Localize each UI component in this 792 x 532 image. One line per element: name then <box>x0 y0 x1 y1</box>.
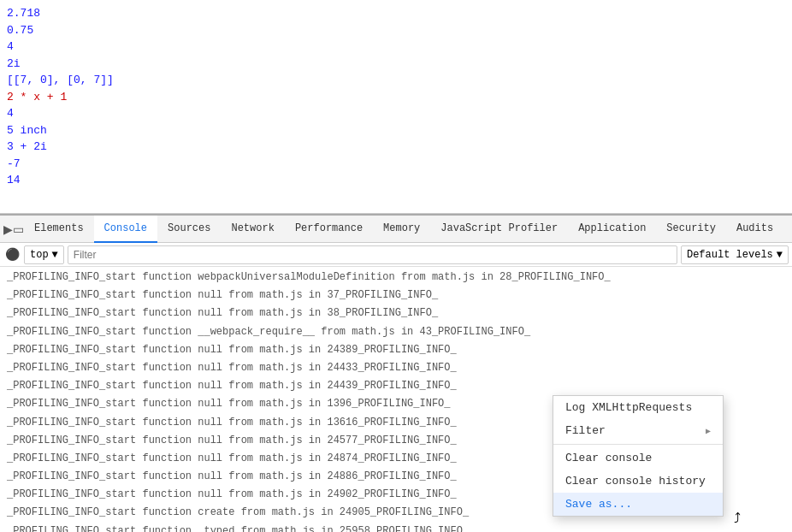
devtools-tab-sources[interactable]: Sources <box>157 216 221 243</box>
context-menu-item[interactable]: Clear console history <box>553 470 723 493</box>
console-line: _PROFILING_INFO_start function webpackUn… <box>0 269 792 287</box>
devtools-tab-elements[interactable]: Elements <box>24 216 94 243</box>
console-line: _PROFILING_INFO_start function null from… <box>0 377 792 395</box>
levels-value: Default levels <box>687 249 773 261</box>
context-menu-item[interactable]: Clear console <box>553 446 723 470</box>
submenu-arrow-icon: ▶ <box>706 426 711 436</box>
device-mode-icon[interactable]: ▭ <box>13 217 24 241</box>
console-line: _PROFILING_INFO_start function null from… <box>0 304 792 322</box>
devtools-tab-security[interactable]: Security <box>656 216 726 243</box>
code-line: 5 inch <box>7 122 785 139</box>
context-chevron-icon: ▼ <box>52 249 58 261</box>
code-line: 14 <box>7 172 785 189</box>
context-value: top <box>30 249 49 261</box>
code-line: 4 <box>7 38 785 56</box>
context-menu-item[interactable]: Log XMLHttpRequests <box>553 396 723 419</box>
context-menu-item-label: Log XMLHttpRequests <box>565 401 692 414</box>
console-line: _PROFILING_INFO_start function _typed fr… <box>0 523 792 532</box>
code-line: [[7, 0], [0, 7]] <box>7 72 785 89</box>
console-output: _PROFILING_INFO_start function webpackUn… <box>0 267 792 532</box>
context-menu-item-label: Clear console <box>565 452 652 464</box>
console-line: _PROFILING_INFO_start function null from… <box>0 359 792 377</box>
code-line: 2i <box>7 56 785 73</box>
filter-input[interactable] <box>68 245 677 264</box>
code-line: 3 + 2i <box>7 139 785 156</box>
context-menu-item[interactable]: Filter▶ <box>553 419 723 442</box>
devtools-tab-audits[interactable]: Audits <box>726 216 783 243</box>
context-menu-item-label: Clear console history <box>565 475 706 488</box>
devtools-tabs-bar: ▶ ▭ ElementsConsoleSourcesNetworkPerform… <box>0 216 792 243</box>
devtools-tab-memory[interactable]: Memory <box>373 216 430 243</box>
context-menu-divider <box>553 444 723 445</box>
devtools-tab-javascript-profiler[interactable]: JavaScript Profiler <box>430 216 568 243</box>
devtools-tab-network[interactable]: Network <box>221 216 284 243</box>
console-toolbar: ⚫ top ▼ Default levels ▼ <box>0 243 792 267</box>
context-selector[interactable]: top ▼ <box>24 245 64 264</box>
devtools-tab-performance[interactable]: Performance <box>285 216 373 243</box>
context-menu-item-label: Save as... <box>565 498 632 511</box>
code-line: 4 <box>7 105 785 122</box>
context-menu: Log XMLHttpRequestsFilter▶Clear consoleC… <box>553 395 724 517</box>
levels-chevron-icon: ▼ <box>777 249 783 261</box>
code-line: -7 <box>7 156 785 173</box>
code-line: 2 * x + 1 <box>7 89 785 106</box>
levels-selector[interactable]: Default levels ▼ <box>681 245 789 264</box>
clear-messages-icon[interactable]: ⚫ <box>3 246 21 263</box>
devtools-tab-adblock[interactable]: AdBlock <box>783 216 792 243</box>
devtools-panel: ▶ ▭ ElementsConsoleSourcesNetworkPerform… <box>0 214 792 532</box>
context-menu-item[interactable]: Save as... <box>553 493 723 516</box>
console-line: _PROFILING_INFO_start function __webpack… <box>0 323 792 341</box>
inspect-element-icon[interactable]: ▶ <box>3 217 13 241</box>
code-output-area: 2.7180.7542i[[7, 0], [0, 7]]2 * x + 145 … <box>0 0 792 214</box>
code-line: 0.75 <box>7 22 785 39</box>
context-menu-item-label: Filter <box>565 424 606 437</box>
code-line: 2.718 <box>7 5 785 22</box>
devtools-tab-application[interactable]: Application <box>568 216 656 243</box>
console-line: _PROFILING_INFO_start function null from… <box>0 287 792 304</box>
console-line: _PROFILING_INFO_start function null from… <box>0 341 792 359</box>
devtools-tab-console[interactable]: Console <box>94 216 157 243</box>
